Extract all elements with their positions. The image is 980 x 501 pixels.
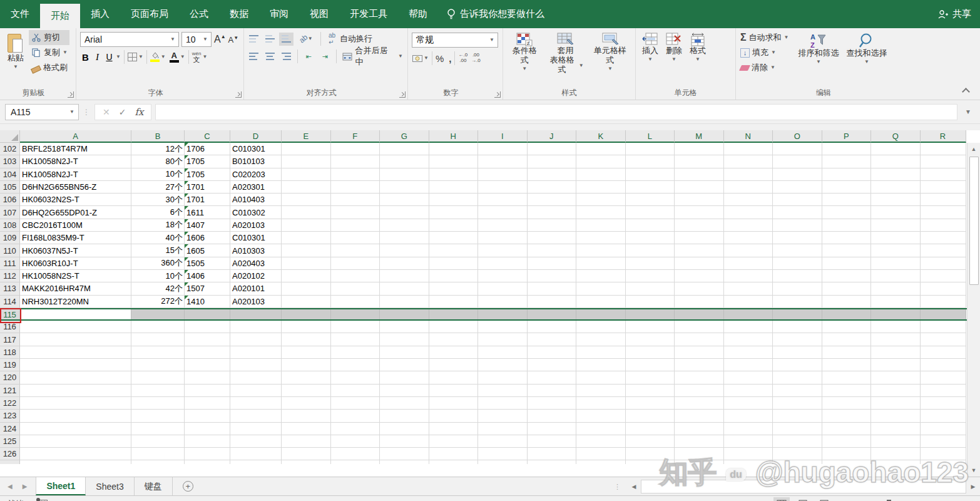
row-header-119[interactable]: 119 bbox=[0, 359, 20, 371]
cell-J112[interactable] bbox=[528, 270, 577, 282]
row-header-107[interactable]: 107 bbox=[0, 206, 20, 219]
cell-H121[interactable] bbox=[429, 385, 479, 397]
cell-J102[interactable] bbox=[528, 143, 577, 155]
ribbon-tab-审阅[interactable]: 审阅 bbox=[259, 0, 299, 28]
cell-I113[interactable] bbox=[478, 282, 528, 295]
bold-button[interactable]: B bbox=[80, 52, 91, 63]
number-format-select[interactable]: 常规▼ bbox=[412, 33, 498, 48]
cell-D126[interactable] bbox=[230, 448, 282, 460]
zoom-in-button[interactable]: + bbox=[935, 498, 942, 501]
cell-C126[interactable] bbox=[185, 448, 230, 460]
cell-E104[interactable] bbox=[282, 168, 331, 181]
cell-K120[interactable] bbox=[576, 371, 626, 384]
cell-O106[interactable] bbox=[773, 194, 822, 206]
column-header-J[interactable]: J bbox=[528, 130, 577, 143]
cell-P122[interactable] bbox=[822, 397, 872, 410]
ribbon-tab-数据[interactable]: 数据 bbox=[219, 0, 259, 28]
cell-B106[interactable]: 30个 bbox=[131, 194, 185, 206]
cell-B119[interactable] bbox=[131, 359, 185, 371]
cell-D103[interactable]: B010103 bbox=[230, 155, 282, 168]
row-header-123[interactable]: 123 bbox=[0, 410, 20, 422]
cell-P118[interactable] bbox=[822, 346, 872, 359]
cell-P102[interactable] bbox=[822, 143, 872, 155]
cell-B112[interactable]: 10个 bbox=[131, 270, 185, 282]
cell-M103[interactable] bbox=[675, 155, 724, 168]
cell-Q111[interactable] bbox=[871, 257, 921, 270]
cell-B108[interactable]: 18个 bbox=[131, 219, 185, 232]
cell-L118[interactable] bbox=[626, 346, 675, 359]
cell-M105[interactable] bbox=[675, 181, 724, 194]
cell-D119[interactable] bbox=[230, 359, 282, 371]
cell-B103[interactable]: 80个 bbox=[131, 155, 185, 168]
cell-J103[interactable] bbox=[528, 155, 577, 168]
cell-A124[interactable] bbox=[20, 423, 131, 435]
cell-R110[interactable] bbox=[921, 244, 966, 257]
percent-style-button[interactable]: % bbox=[436, 53, 444, 64]
cell-J123[interactable] bbox=[528, 410, 577, 422]
cell-K110[interactable] bbox=[576, 244, 626, 257]
cell-K111[interactable] bbox=[576, 257, 626, 270]
cell-H114[interactable] bbox=[429, 296, 479, 308]
insert-cells-button[interactable]: 插入 ▼ bbox=[638, 30, 662, 63]
cell-P112[interactable] bbox=[822, 270, 872, 282]
cell-I124[interactable] bbox=[478, 423, 528, 435]
cell-A109[interactable]: FI168L0835M9-T bbox=[20, 232, 131, 244]
cell-G118[interactable] bbox=[380, 346, 429, 359]
column-header-Q[interactable]: Q bbox=[871, 130, 921, 143]
cell-N112[interactable] bbox=[724, 270, 773, 282]
cell-Q102[interactable] bbox=[871, 143, 921, 155]
cell-L107[interactable] bbox=[626, 206, 675, 219]
cell-M109[interactable] bbox=[675, 232, 724, 244]
cell-R106[interactable] bbox=[921, 194, 966, 206]
cell-G108[interactable] bbox=[380, 219, 429, 232]
cell-G109[interactable] bbox=[380, 232, 429, 244]
cell-O103[interactable] bbox=[773, 155, 822, 168]
column-header-R[interactable]: R bbox=[921, 130, 966, 143]
cell-N118[interactable] bbox=[724, 346, 773, 359]
row-header-126[interactable]: 126 bbox=[0, 448, 20, 460]
normal-view-button[interactable] bbox=[773, 497, 790, 501]
cell-D110[interactable]: A010303 bbox=[230, 244, 282, 257]
cell-R121[interactable] bbox=[921, 385, 966, 397]
column-header-G[interactable]: G bbox=[380, 130, 429, 143]
cell-A103[interactable]: HK10058N2J-T bbox=[20, 155, 131, 168]
row-header-127[interactable]: 127 bbox=[0, 460, 20, 464]
font-dialog-launcher[interactable] bbox=[235, 91, 242, 98]
cell-J120[interactable] bbox=[528, 371, 577, 384]
cell-N105[interactable] bbox=[724, 181, 773, 194]
row-header-110[interactable]: 110 bbox=[0, 244, 20, 257]
cell-G113[interactable] bbox=[380, 282, 429, 295]
cell-N121[interactable] bbox=[724, 385, 773, 397]
sheet-tab-Sheet3[interactable]: Sheet3 bbox=[86, 477, 134, 495]
column-header-O[interactable]: O bbox=[773, 130, 822, 143]
cell-R116[interactable] bbox=[921, 321, 966, 333]
cell-B104[interactable]: 10个 bbox=[131, 168, 185, 181]
cell-C106[interactable]: 1701 bbox=[185, 194, 230, 206]
cell-B116[interactable] bbox=[131, 321, 185, 333]
decrease-indent-button[interactable]: ⇤ bbox=[302, 50, 316, 63]
column-header-I[interactable]: I bbox=[478, 130, 528, 143]
cell-L110[interactable] bbox=[626, 244, 675, 257]
cell-P125[interactable] bbox=[822, 435, 872, 448]
align-right-button[interactable] bbox=[279, 50, 293, 63]
cell-P111[interactable] bbox=[822, 257, 872, 270]
cell-A117[interactable] bbox=[20, 333, 131, 346]
cell-D125[interactable] bbox=[230, 435, 282, 448]
cell-M117[interactable] bbox=[675, 333, 724, 346]
cell-D104[interactable]: C020203 bbox=[230, 168, 282, 181]
row-header-108[interactable]: 108 bbox=[0, 219, 20, 232]
cell-G127[interactable] bbox=[380, 460, 429, 464]
cell-E117[interactable] bbox=[282, 333, 331, 346]
cell-A113[interactable]: MAKK2016HR47M bbox=[20, 282, 131, 295]
cell-M121[interactable] bbox=[675, 385, 724, 397]
cut-button[interactable]: 剪切 bbox=[29, 30, 69, 45]
cell-K127[interactable] bbox=[576, 460, 626, 464]
cell-E120[interactable] bbox=[282, 371, 331, 384]
row-header-121[interactable]: 121 bbox=[0, 385, 20, 397]
cell-F117[interactable] bbox=[331, 333, 380, 346]
cell-F107[interactable] bbox=[331, 206, 380, 219]
cell-L109[interactable] bbox=[626, 232, 675, 244]
cell-J113[interactable] bbox=[528, 282, 577, 295]
cell-O118[interactable] bbox=[773, 346, 822, 359]
cell-R123[interactable] bbox=[921, 410, 966, 422]
